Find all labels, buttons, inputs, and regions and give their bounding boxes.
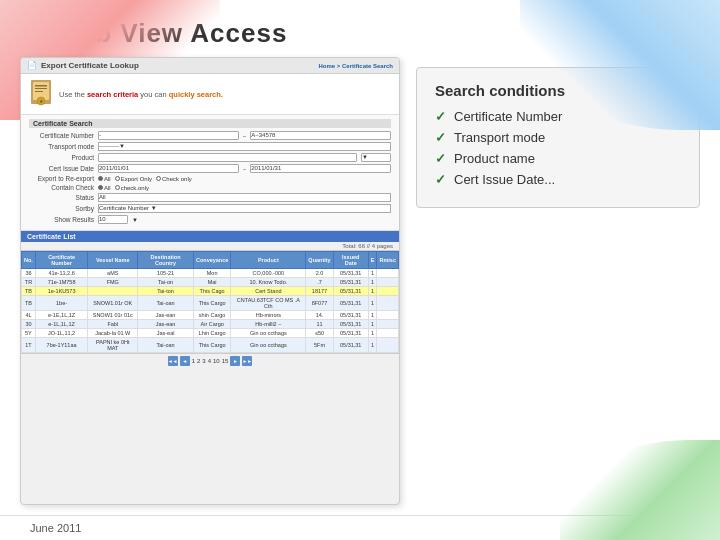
- table-row: 3641e-11,2,6aMS105-21MonCO,000.-0002.005…: [22, 269, 399, 278]
- cell-cert: JO-1L,11,2: [35, 329, 87, 338]
- form-label-cert-number: Certificate Number: [29, 132, 94, 139]
- cell-rmisc: [377, 320, 399, 329]
- cell-conv: shin Cargo: [193, 311, 230, 320]
- cell-qty: 5Fm: [306, 338, 333, 353]
- page-num-15[interactable]: 15: [222, 358, 229, 364]
- cell-no: 30: [22, 320, 36, 329]
- search-intro-part1: Use the: [59, 90, 85, 99]
- cell-conv: Mon: [193, 269, 230, 278]
- footer-date: June 2011: [30, 522, 81, 534]
- search-criteria-word: search criteria: [87, 90, 138, 99]
- cell-date: 05/31,31: [333, 269, 368, 278]
- cell-cert: 71e-1M758: [35, 278, 87, 287]
- radio-contain-check[interactable]: check.only: [115, 185, 149, 191]
- form-input-cert-from[interactable]: -: [98, 131, 239, 140]
- cell-qty: 14.: [306, 311, 333, 320]
- check-icon-2: ✓: [435, 130, 446, 145]
- check-icon-4: ✓: [435, 172, 446, 187]
- radio-all-dot: [98, 176, 103, 181]
- cell-e: 1: [368, 311, 377, 320]
- cell-e: 1: [368, 269, 377, 278]
- table-row: 1T7be-1Y11aaPAPNI ke 0Ht MATTai-oanThis …: [22, 338, 399, 353]
- condition-text-3: Product name: [454, 151, 535, 166]
- cell-vessel: FMG: [88, 278, 138, 287]
- page-num-2[interactable]: 2: [197, 358, 200, 364]
- cell-date: 05/31,31: [333, 329, 368, 338]
- radio-export-only[interactable]: Export Only: [115, 176, 152, 182]
- cell-e: 1: [368, 296, 377, 311]
- cell-date: 05/31,31: [333, 320, 368, 329]
- radio-contain-check-label: check.only: [121, 185, 149, 191]
- cell-cert: e-1L,1L,1Z: [35, 320, 87, 329]
- form-label-cert-date: Cert Issue Date: [29, 165, 94, 172]
- form-input-product2[interactable]: ▼: [361, 153, 391, 162]
- table-row: TB1e-1KU573Tai-tonThis CagoCert Stand181…: [22, 287, 399, 296]
- cell-vessel: aMS: [88, 269, 138, 278]
- cell-no: 4L: [22, 311, 36, 320]
- cell-no: TB: [22, 287, 36, 296]
- search-form: Certificate Search Certificate Number - …: [21, 115, 399, 231]
- table-row: TR71e-1M758FMGTai-onMai10. Know Todo..70…: [22, 278, 399, 287]
- condition-item-2: ✓ Transport mode: [435, 130, 681, 145]
- form-label-contain: Contain Check: [29, 184, 94, 191]
- condition-text-2: Transport mode: [454, 130, 545, 145]
- cell-conv: This Cargo: [193, 338, 230, 353]
- page-num-3[interactable]: 3: [202, 358, 205, 364]
- radio-re-export[interactable]: Check only: [156, 176, 192, 182]
- page-first-btn[interactable]: ◄◄: [168, 356, 178, 366]
- cell-qty: .7: [306, 278, 333, 287]
- form-select-transport[interactable]: ----------▼: [98, 142, 391, 151]
- form-label-show: Show Results: [29, 216, 94, 223]
- radio-contain-all[interactable]: All: [98, 185, 111, 191]
- cell-dest: Tai-oan: [138, 296, 194, 311]
- form-select-sortby[interactable]: Certificate Number ▼: [98, 204, 391, 213]
- form-input-cert-to[interactable]: A~34578: [250, 131, 391, 140]
- condition-text-4: Cert Issue Date...: [454, 172, 555, 187]
- cell-vessel: PAPNI ke 0Ht MAT: [88, 338, 138, 353]
- col-product: Product: [231, 252, 306, 269]
- cell-no: TR: [22, 278, 36, 287]
- cell-rmisc: [377, 287, 399, 296]
- form-row-export: Export to Re-export All Export Only: [29, 175, 391, 182]
- form-input-date-to[interactable]: 2011/01/31: [250, 164, 391, 173]
- page-next-btn[interactable]: ►: [230, 356, 240, 366]
- form-section-title: Certificate Search: [29, 119, 391, 128]
- form-row-transport: Transport mode ----------▼: [29, 142, 391, 151]
- cell-e: 1: [368, 320, 377, 329]
- cell-product: Gin oo ccthags: [231, 338, 306, 353]
- cell-cert: 1e-1KU573: [35, 287, 87, 296]
- cell-no: TB: [22, 296, 36, 311]
- page-last-btn[interactable]: ►►: [242, 356, 252, 366]
- cell-date: 05/31,31: [333, 278, 368, 287]
- cell-cert: 41e-11,2,6: [35, 269, 87, 278]
- table-row: TB1be-SNOW1.01r OKTai-oanThis CargoCNTAU…: [22, 296, 399, 311]
- svg-rect-3: [35, 88, 47, 89]
- page-num-1[interactable]: 1: [192, 358, 195, 364]
- form-select-status[interactable]: All: [98, 193, 391, 202]
- cell-dest: Jas-ean: [138, 320, 194, 329]
- form-input-product[interactable]: [98, 153, 357, 162]
- app-header-bar: 📄 Export Certificate Lookup Home > Certi…: [21, 58, 399, 74]
- page-prev-btn[interactable]: ◄: [180, 356, 190, 366]
- cert-list-title: Certificate List: [27, 233, 76, 240]
- cell-date: 05/31,31: [333, 311, 368, 320]
- form-input-show[interactable]: 10: [98, 215, 128, 224]
- radio-all[interactable]: All: [98, 176, 111, 182]
- table-pagination: ◄◄ ◄ 1 2 3 4 10 15 ► ►►: [21, 353, 399, 368]
- app-page-title: Export Certificate Lookup: [41, 61, 139, 70]
- form-row-product: Product ▼: [29, 153, 391, 162]
- cell-dest: Jas-ean: [138, 311, 194, 320]
- radio-contain-all-dot: [98, 185, 103, 190]
- cell-date: 05/31,31: [333, 296, 368, 311]
- cell-e: 1: [368, 329, 377, 338]
- cell-dest: 105-21: [138, 269, 194, 278]
- radio-contain-all-label: All: [104, 185, 111, 191]
- radio-export-dot: [115, 176, 120, 181]
- col-vessel: Vessel Name: [88, 252, 138, 269]
- page-num-10[interactable]: 10: [213, 358, 220, 364]
- cell-rmisc: [377, 311, 399, 320]
- form-input-date-from[interactable]: 2011/01/01: [98, 164, 239, 173]
- cell-e: 1: [368, 287, 377, 296]
- page-num-4[interactable]: 4: [208, 358, 211, 364]
- cell-dest: Jas-eal: [138, 329, 194, 338]
